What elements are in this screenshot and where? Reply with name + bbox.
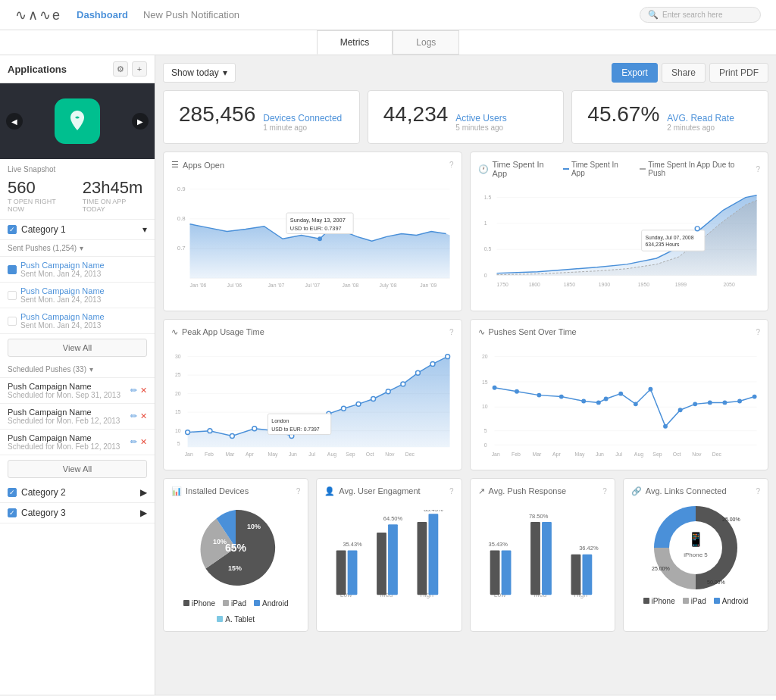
scheduled-pushes-text: Scheduled Pushes (33) (8, 365, 86, 373)
devices-number: 285,456 (179, 102, 255, 127)
time-spent-legend: Time Spent In App Time Spent In App Due … (563, 161, 752, 177)
category-3-checkbox[interactable] (8, 508, 17, 517)
apps-open-title: ☰ Apps Open ? (171, 160, 454, 170)
engagement-help[interactable]: ? (449, 487, 454, 495)
time-spent-label: Time Spent In App (493, 160, 560, 178)
svg-text:20: 20 (481, 353, 487, 358)
date-filter-chevron: ▾ (223, 67, 227, 78)
nav-dashboard[interactable]: Dashboard (77, 9, 128, 20)
view-all-sent-btn[interactable]: View All (8, 339, 147, 357)
push-response-svg: Low 35.43% Med 78.50% High 36.42% (482, 510, 603, 599)
view-all-sched-btn[interactable]: View All (8, 460, 147, 478)
links-connected-title: 🔗 Avg. Links Connected ? (631, 486, 760, 496)
svg-text:Dec: Dec (712, 452, 721, 457)
ipad-dot (223, 600, 229, 606)
next-app-btn[interactable]: ▶ (132, 113, 149, 130)
time-spent-tooltip-bg (641, 230, 704, 251)
sent-push-1: Push Campaign Name Sent Mon. Jan 24, 201… (0, 257, 155, 283)
edit-icon-2[interactable]: ✏ (130, 411, 137, 421)
donut-android-label: Android (722, 597, 748, 605)
eng-low-dark (336, 550, 346, 595)
push-response-help[interactable]: ? (602, 487, 607, 495)
share-btn[interactable]: Share (662, 63, 706, 83)
scheduled-pushes-label[interactable]: Scheduled Pushes (33) ▾ (0, 361, 155, 378)
apps-open-help[interactable]: ? (449, 161, 454, 169)
prev-app-btn[interactable]: ◀ (6, 113, 23, 130)
delete-icon-3[interactable]: ✕ (140, 437, 147, 447)
legend-dot-gray (640, 168, 646, 170)
add-app-btn[interactable]: + (132, 61, 147, 77)
peak-usage-title: ∿ Peak App Usage Time ? (171, 327, 454, 337)
svg-point-58 (386, 389, 390, 394)
pie-container: 10% 10% 15% 65% iPhone iPad (171, 502, 300, 623)
tab-logs[interactable]: Logs (393, 30, 459, 55)
svg-text:Oct: Oct (366, 452, 374, 457)
svg-text:5: 5 (177, 441, 180, 446)
svg-point-91 (537, 392, 541, 397)
svg-text:USD to EUR: 0.7397: USD to EUR: 0.7397 (271, 426, 319, 431)
category-2[interactable]: Category 2 ▶ (0, 483, 155, 503)
svg-text:Sep: Sep (346, 452, 355, 458)
category-1-checkbox[interactable] (8, 225, 17, 234)
sidebar: Applications ⚙ + ◀ ▶ Live Snapshot 560 (0, 55, 155, 695)
svg-text:Jun: Jun (595, 452, 603, 457)
svg-point-103 (722, 400, 727, 405)
open-stat: 560 T OPEN RIGHT NOW (8, 178, 71, 213)
links-help[interactable]: ? (756, 487, 760, 495)
svg-text:May: May (574, 452, 585, 458)
donut-iphone-legend: iPhone (643, 597, 675, 605)
date-filter[interactable]: Show today ▾ (163, 63, 236, 83)
search-bar[interactable]: 🔍 Enter search here (640, 7, 761, 23)
edit-icon-1[interactable]: ✏ (130, 386, 137, 395)
sched-3-name: Push Campaign Name (8, 433, 120, 442)
tab-metrics[interactable]: Metrics (317, 30, 393, 55)
sidebar-header: Applications ⚙ + (0, 55, 155, 83)
pushes-help[interactable]: ? (756, 328, 760, 336)
delete-icon-1[interactable]: ✕ (140, 386, 147, 395)
category-1[interactable]: Category 1 ▾ (0, 220, 155, 240)
peak-usage-svg: 30 25 20 15 10 5 (171, 343, 454, 462)
sched-2-info: Push Campaign Name Scheduled for Mon. Fe… (8, 408, 120, 425)
svg-text:15%: 15% (228, 564, 242, 572)
svg-point-89 (492, 386, 496, 390)
peak-help[interactable]: ? (449, 328, 454, 336)
svg-text:30: 30 (175, 353, 181, 358)
svg-point-47 (208, 429, 212, 433)
donut-iphone-dot (643, 598, 649, 604)
svg-point-90 (515, 389, 519, 394)
nav-new-push[interactable]: New Push Notification (143, 9, 239, 20)
delete-icon-2[interactable]: ✕ (140, 411, 147, 421)
svg-point-96 (618, 392, 623, 396)
live-snapshot-label: Live Snapshot (8, 165, 147, 173)
push-response-card: ↗ Avg. Push Response ? Low 35.43% Med (470, 478, 615, 632)
svg-text:Feb: Feb (512, 452, 521, 457)
sent-push-3-check[interactable] (8, 317, 17, 326)
apps-open-icon: ☰ (171, 160, 179, 170)
svg-point-62 (446, 355, 450, 359)
sched-1-name: Push Campaign Name (8, 382, 120, 391)
pr-low-dark (490, 550, 499, 595)
category-3[interactable]: Category 3 ▶ (0, 503, 155, 523)
eng-med-dark (377, 533, 386, 595)
donut-ipad-dot (683, 598, 689, 604)
sent-push-2-check[interactable] (8, 291, 17, 300)
installed-help[interactable]: ? (296, 487, 301, 495)
legend-ipad: iPad (223, 599, 246, 608)
edit-icon-3[interactable]: ✏ (130, 437, 137, 447)
sent-push-3-date: Sent Mon. Jan 24, 2013 (20, 321, 105, 330)
category-2-checkbox[interactable] (8, 488, 17, 497)
svg-text:15: 15 (481, 380, 487, 385)
time-spent-help[interactable]: ? (756, 165, 760, 173)
svg-text:85.43%: 85.43% (424, 510, 443, 513)
sent-pushes-label[interactable]: Sent Pushes (1,254) ▾ (0, 240, 155, 257)
print-pdf-btn[interactable]: Print PDF (709, 63, 768, 83)
sent-pushes-chevron: ▾ (80, 244, 83, 252)
legend-push: Time Spent In App Due to Push (640, 161, 752, 177)
export-btn[interactable]: Export (612, 63, 658, 83)
svg-text:5: 5 (483, 427, 487, 433)
bottom-row: 📊 Installed Devices ? (163, 478, 768, 632)
svg-text:1750: 1750 (496, 282, 508, 287)
svg-text:July '08: July '08 (379, 283, 396, 289)
settings-icon-btn[interactable]: ⚙ (113, 61, 128, 77)
sent-push-1-check[interactable] (8, 265, 17, 274)
